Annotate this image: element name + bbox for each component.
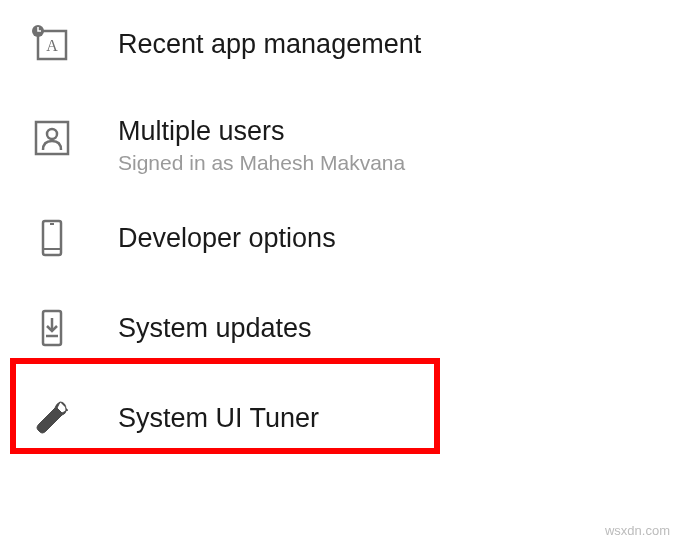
svg-text:A: A — [46, 37, 58, 54]
settings-item-recent-app-management[interactable]: A Recent app management — [0, 0, 680, 90]
svg-point-4 — [47, 129, 57, 139]
phone-icon — [28, 214, 76, 262]
settings-item-developer-options[interactable]: Developer options — [0, 193, 680, 283]
settings-item-system-ui-tuner[interactable]: System UI Tuner — [0, 373, 680, 463]
settings-item-multiple-users[interactable]: Multiple users Signed in as Mahesh Makva… — [0, 90, 680, 193]
watermark: wsxdn.com — [605, 523, 670, 538]
recent-app-icon: A — [28, 21, 76, 69]
settings-item-title: Developer options — [118, 221, 336, 256]
settings-item-title: Multiple users — [118, 114, 405, 149]
user-icon — [28, 114, 76, 162]
settings-item-title: System UI Tuner — [118, 401, 319, 436]
settings-list: A Recent app management Multiple users S… — [0, 0, 680, 463]
wrench-icon — [28, 394, 76, 442]
settings-item-title: System updates — [118, 311, 312, 346]
settings-item-system-updates[interactable]: System updates — [0, 283, 680, 373]
update-icon — [28, 304, 76, 352]
settings-item-subtitle: Signed in as Mahesh Makvana — [118, 151, 405, 175]
settings-item-title: Recent app management — [118, 27, 421, 62]
